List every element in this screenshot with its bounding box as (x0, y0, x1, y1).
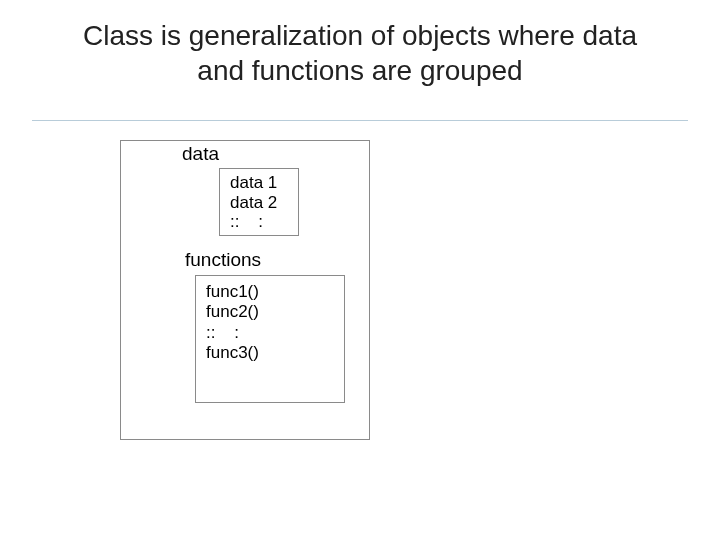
slide: Class is generalization of objects where… (0, 0, 720, 540)
functions-members-box: func1() func2() :: : func3() (195, 275, 345, 403)
data-section-label: data (182, 143, 219, 165)
data-members-box: data 1 data 2 :: : (219, 168, 299, 236)
functions-section-label: functions (185, 249, 261, 271)
class-box: data data 1 data 2 :: : functions func1(… (120, 140, 370, 440)
slide-title: Class is generalization of objects where… (60, 18, 660, 88)
title-divider (32, 120, 688, 121)
